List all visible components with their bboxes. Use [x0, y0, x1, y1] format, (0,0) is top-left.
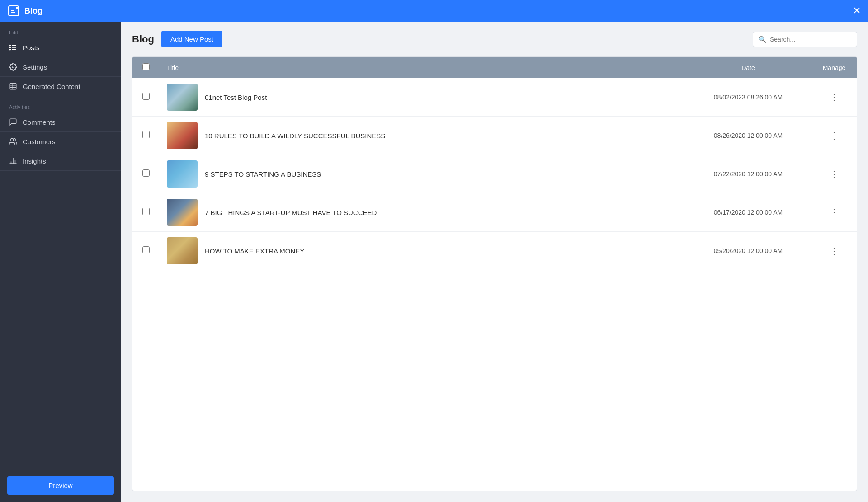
- search-box: 🔍: [753, 32, 857, 47]
- activities-section-label: Activities: [0, 96, 121, 113]
- header-date-col: Date: [685, 57, 811, 78]
- svg-point-1: [16, 7, 19, 9]
- row-manage-cell: ⋮: [811, 193, 857, 232]
- blog-icon: [7, 5, 20, 17]
- row-checkbox-cell: [132, 117, 160, 155]
- people-icon: [9, 137, 17, 145]
- table-header: Title Date Manage: [132, 57, 857, 78]
- row-checkbox-cell: [132, 78, 160, 117]
- row-title-cell: 01net Test Blog Post: [160, 78, 685, 117]
- sidebar-item-customers[interactable]: Customers: [0, 132, 121, 151]
- chat-icon: [9, 118, 17, 126]
- row-checkbox[interactable]: [142, 93, 150, 100]
- content-header: Blog Add New Post 🔍: [121, 22, 868, 56]
- main-layout: Edit Posts Settings Generated Content: [0, 22, 868, 502]
- posts-table-container: Title Date Manage 01net Test Blog Post 0…: [132, 56, 857, 491]
- post-thumbnail: [167, 237, 198, 264]
- row-manage-cell: ⋮: [811, 117, 857, 155]
- list-icon: [9, 43, 17, 52]
- close-button[interactable]: ✕: [853, 5, 861, 17]
- sidebar-item-comments[interactable]: Comments: [0, 113, 121, 132]
- sidebar-item-insights-label: Insights: [23, 157, 46, 165]
- post-cell: 7 BIG THINGS A START-UP MUST HAVE TO SUC…: [167, 199, 678, 226]
- row-checkbox-cell: [132, 232, 160, 270]
- post-title: 7 BIG THINGS A START-UP MUST HAVE TO SUC…: [205, 209, 377, 216]
- post-title: 01net Test Blog Post: [205, 94, 267, 101]
- page-title: Blog: [132, 33, 154, 45]
- search-icon: 🔍: [759, 36, 766, 43]
- row-date-cell: 08/26/2020 12:00:00 AM: [685, 117, 811, 155]
- row-title-cell: HOW TO MAKE EXTRA MONEY: [160, 232, 685, 270]
- table-row: 01net Test Blog Post 08/02/2023 08:26:00…: [132, 78, 857, 117]
- row-actions-menu[interactable]: ⋮: [830, 207, 839, 217]
- table-row: 10 RULES TO BUILD A WILDLY SUCCESSFUL BU…: [132, 117, 857, 155]
- gear-icon: [9, 63, 17, 71]
- svg-point-6: [9, 47, 10, 48]
- sidebar-item-generated-content[interactable]: Generated Content: [0, 77, 121, 96]
- preview-button[interactable]: Preview: [7, 476, 114, 495]
- app-title: Blog: [24, 6, 42, 16]
- row-date-cell: 08/02/2023 08:26:00 AM: [685, 78, 811, 117]
- row-actions-menu[interactable]: ⋮: [830, 246, 839, 256]
- post-thumbnail: [167, 84, 198, 111]
- post-title: 9 STEPS TO STARTING A BUSINESS: [205, 170, 321, 178]
- sidebar-item-settings[interactable]: Settings: [0, 57, 121, 77]
- row-date-cell: 07/22/2020 12:00:00 AM: [685, 155, 811, 193]
- header-checkbox-col: [132, 57, 160, 78]
- header-manage-col: Manage: [811, 57, 857, 78]
- search-input[interactable]: [770, 36, 851, 43]
- table-body: 01net Test Blog Post 08/02/2023 08:26:00…: [132, 78, 857, 270]
- post-cell: 10 RULES TO BUILD A WILDLY SUCCESSFUL BU…: [167, 122, 678, 149]
- chart-icon: [9, 157, 17, 165]
- sidebar-item-settings-label: Settings: [23, 63, 47, 71]
- row-date-cell: 05/20/2020 12:00:00 AM: [685, 232, 811, 270]
- row-actions-menu[interactable]: ⋮: [830, 131, 839, 141]
- svg-point-8: [12, 66, 14, 68]
- topbar: Blog ✕: [0, 0, 868, 22]
- sidebar-item-customers-label: Customers: [23, 138, 56, 145]
- content-area: Blog Add New Post 🔍 Title Date Ma: [121, 22, 868, 502]
- row-actions-menu[interactable]: ⋮: [830, 92, 839, 102]
- sidebar-item-posts-label: Posts: [23, 44, 40, 52]
- sidebar-item-insights[interactable]: Insights: [0, 151, 121, 171]
- post-title: HOW TO MAKE EXTRA MONEY: [205, 247, 304, 255]
- row-title-cell: 7 BIG THINGS A START-UP MUST HAVE TO SUC…: [160, 193, 685, 232]
- row-date-cell: 06/17/2020 12:00:00 AM: [685, 193, 811, 232]
- table-icon: [9, 82, 17, 90]
- sidebar: Edit Posts Settings Generated Content: [0, 22, 121, 502]
- row-checkbox[interactable]: [142, 208, 150, 215]
- header-left: Blog Add New Post: [132, 31, 222, 47]
- edit-section-label: Edit: [0, 22, 121, 38]
- table-header-row: Title Date Manage: [132, 57, 857, 78]
- row-checkbox-cell: [132, 155, 160, 193]
- post-cell: 01net Test Blog Post: [167, 84, 678, 111]
- svg-point-13: [11, 138, 14, 141]
- sidebar-bottom: Preview: [0, 469, 121, 502]
- svg-point-7: [9, 49, 10, 50]
- row-checkbox[interactable]: [142, 246, 150, 253]
- svg-rect-9: [10, 83, 16, 89]
- row-checkbox[interactable]: [142, 131, 150, 138]
- row-title-cell: 9 STEPS TO STARTING A BUSINESS: [160, 155, 685, 193]
- table-row: HOW TO MAKE EXTRA MONEY 05/20/2020 12:00…: [132, 232, 857, 270]
- sidebar-item-generated-content-label: Generated Content: [23, 83, 80, 90]
- post-cell: HOW TO MAKE EXTRA MONEY: [167, 237, 678, 264]
- post-thumbnail: [167, 160, 198, 188]
- post-thumbnail: [167, 122, 198, 149]
- sidebar-item-posts[interactable]: Posts: [0, 38, 121, 57]
- add-new-post-button[interactable]: Add New Post: [161, 31, 222, 47]
- sidebar-item-comments-label: Comments: [23, 118, 56, 126]
- select-all-checkbox[interactable]: [142, 63, 150, 70]
- row-manage-cell: ⋮: [811, 78, 857, 117]
- header-title-col: Title: [160, 57, 685, 78]
- row-title-cell: 10 RULES TO BUILD A WILDLY SUCCESSFUL BU…: [160, 117, 685, 155]
- post-title: 10 RULES TO BUILD A WILDLY SUCCESSFUL BU…: [205, 132, 385, 140]
- table-row: 7 BIG THINGS A START-UP MUST HAVE TO SUC…: [132, 193, 857, 232]
- topbar-brand: Blog: [7, 5, 42, 17]
- table-row: 9 STEPS TO STARTING A BUSINESS 07/22/202…: [132, 155, 857, 193]
- row-manage-cell: ⋮: [811, 155, 857, 193]
- post-cell: 9 STEPS TO STARTING A BUSINESS: [167, 160, 678, 188]
- row-manage-cell: ⋮: [811, 232, 857, 270]
- row-checkbox[interactable]: [142, 169, 150, 177]
- row-actions-menu[interactable]: ⋮: [830, 169, 839, 179]
